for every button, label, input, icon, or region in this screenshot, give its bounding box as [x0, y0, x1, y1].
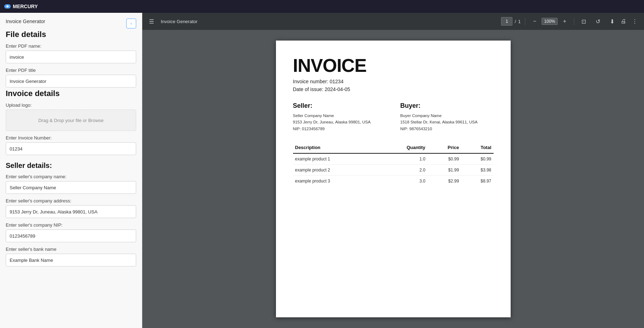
panel-title: Invoice Generator [6, 18, 45, 24]
seller-company-address: 9153 Jerry Dr, Juneau, Alaska 99801, USA [293, 119, 386, 125]
seller-company-nip: NIP: 0123456789 [293, 126, 386, 132]
cell-description: example product 3 [293, 175, 378, 186]
page-number-input[interactable] [501, 17, 512, 26]
seller-bank-input[interactable] [6, 254, 136, 266]
invoice-details-title: Invoice details [6, 89, 136, 98]
cell-description: example product 1 [293, 153, 378, 165]
cell-total: $3.98 [461, 164, 494, 175]
pdf-viewer-title: Invoice Generator [161, 19, 497, 24]
cell-description: example product 2 [293, 164, 378, 175]
seller-section: Seller: Seller Company Name 9153 Jerry D… [293, 102, 386, 132]
invoice-meta: Invoice number: 01234 Date of issue: 202… [293, 78, 494, 94]
main-layout: Invoice Generator ‹ File details Enter P… [0, 13, 644, 328]
seller-label: Seller: [293, 102, 386, 110]
rotate-button[interactable]: ↺ [593, 16, 603, 26]
col-total: Total [461, 142, 494, 153]
pdf-title-input[interactable] [6, 75, 136, 88]
invoice-date-line: Date of issue: 2024-04-05 [293, 85, 494, 93]
cell-quantity: 3.0 [378, 175, 427, 186]
invoice-number-value: 01234 [330, 79, 344, 84]
buyer-company-address: 1518 Stellar Dr, Kenai, Alaska 99611, US… [400, 119, 494, 125]
invoice-date-label: Date of issue: [293, 86, 324, 92]
seller-details-title: Seller details: [6, 162, 136, 170]
zoom-controls: − 100% + [529, 16, 570, 26]
table-row: example product 2 2.0 $1.99 $3.98 [293, 164, 494, 175]
app-logo: MERCURY [4, 4, 38, 9]
seller-nip-input[interactable] [6, 229, 136, 242]
buyer-company-name: Buyer Company Name [400, 112, 494, 119]
cell-price: $2.99 [427, 175, 461, 186]
cell-price: $1.99 [427, 164, 461, 175]
zoom-out-button[interactable]: − [529, 16, 539, 26]
page-total: 1 [518, 19, 521, 24]
invoice-page: INVOICE Invoice number: 01234 Date of is… [276, 41, 511, 317]
print-button[interactable]: 🖨 [618, 16, 628, 26]
table-row: example product 1 1.0 $0.99 $0.99 [293, 153, 494, 165]
invoice-date-value: 2024-04-05 [325, 86, 350, 92]
invoice-number-input[interactable] [6, 142, 136, 155]
invoice-number-label: Enter Invoice Number: [6, 135, 136, 141]
col-price: Price [427, 142, 461, 153]
upload-area[interactable]: Drag & Drop your file or Browse [6, 110, 136, 131]
cell-quantity: 1.0 [378, 153, 427, 165]
fit-page-button[interactable]: ⊡ [579, 16, 589, 26]
app-name: MERCURY [13, 4, 38, 9]
page-info: / 1 [501, 17, 521, 26]
seller-company-label: Enter seller's company name: [6, 174, 136, 179]
upload-text: Drag & Drop your file or Browse [38, 118, 104, 123]
buyer-company-nip: NIP: 9876543210 [400, 126, 494, 132]
cell-quantity: 2.0 [378, 164, 427, 175]
left-panel: Invoice Generator ‹ File details Enter P… [0, 13, 142, 328]
seller-info: Seller Company Name 9153 Jerry Dr, Junea… [293, 112, 386, 132]
page-separator: / [515, 19, 516, 24]
toolbar-right-actions: ⬇ 🖨 ⋮ [607, 16, 640, 26]
invoice-title: INVOICE [293, 55, 494, 76]
seller-nip-label: Enter seller's company NIP: [6, 222, 136, 228]
download-button[interactable]: ⬇ [607, 16, 617, 26]
logo-icon [4, 4, 11, 9]
pdf-name-input[interactable] [6, 51, 136, 63]
zoom-in-button[interactable]: + [560, 16, 570, 26]
pdf-title-label: Enter PDF title [6, 68, 136, 73]
seller-company-input[interactable] [6, 181, 136, 194]
pdf-content-area: INVOICE Invoice number: 01234 Date of is… [142, 30, 644, 328]
invoice-parties: Seller: Seller Company Name 9153 Jerry D… [293, 102, 494, 132]
seller-address-label: Enter seller's company address: [6, 198, 136, 203]
cell-total: $0.99 [461, 153, 494, 165]
pdf-viewer-panel: ☰ Invoice Generator / 1 − 100% + ⊡ ↺ ⬇ 🖨… [142, 13, 644, 328]
col-quantity: Quantity [378, 142, 427, 153]
cell-total: $8.97 [461, 175, 494, 186]
table-header-row: Description Quantity Price Total [293, 142, 494, 153]
table-row: example product 3 3.0 $2.99 $8.97 [293, 175, 494, 186]
toolbar-sep-2 [574, 18, 574, 25]
collapse-button[interactable]: ‹ [126, 18, 136, 28]
panel-header: Invoice Generator ‹ [6, 18, 136, 28]
seller-bank-label: Enter seller's bank name [6, 247, 136, 252]
cell-price: $0.99 [427, 153, 461, 165]
top-bar: MERCURY [0, 0, 644, 13]
pdf-name-label: Enter PDF name: [6, 43, 136, 49]
buyer-section: Buyer: Buyer Company Name 1518 Stellar D… [400, 102, 494, 132]
file-details-title: File details [6, 30, 136, 39]
buyer-label: Buyer: [400, 102, 494, 110]
col-description: Description [293, 142, 378, 153]
invoice-table: Description Quantity Price Total example… [293, 142, 494, 186]
invoice-number-line: Invoice number: 01234 [293, 78, 494, 85]
menu-icon-button[interactable]: ☰ [147, 16, 156, 26]
invoice-number-label: Invoice number: [293, 79, 329, 84]
zoom-value: 100% [542, 18, 558, 25]
upload-logo-label: Upload logo: [6, 102, 136, 108]
toolbar-sep-1 [525, 18, 525, 25]
seller-company-name: Seller Company Name [293, 112, 386, 119]
buyer-info: Buyer Company Name 1518 Stellar Dr, Kena… [400, 112, 494, 132]
seller-address-input[interactable] [6, 205, 136, 218]
pdf-toolbar: ☰ Invoice Generator / 1 − 100% + ⊡ ↺ ⬇ 🖨… [142, 13, 644, 30]
more-options-button[interactable]: ⋮ [630, 16, 640, 26]
